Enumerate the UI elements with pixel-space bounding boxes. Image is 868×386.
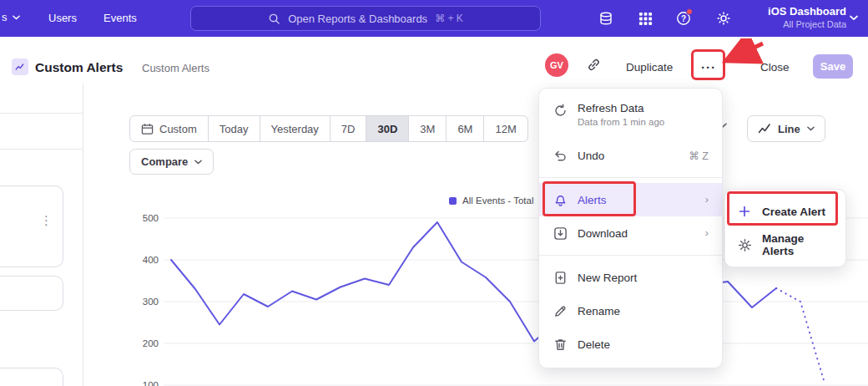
menu-item-alerts[interactable]: Alerts ›	[539, 183, 722, 216]
sidebar-card[interactable]: ⋮	[0, 185, 63, 267]
kebab-icon[interactable]: ⋮	[40, 213, 53, 228]
svg-text:300: 300	[143, 297, 159, 307]
top-navbar: s Users Events Open Reports & Dashboards…	[0, 0, 868, 37]
chevron-right-icon: ›	[705, 227, 709, 239]
legend-swatch	[449, 197, 457, 205]
svg-text:200: 200	[143, 338, 159, 348]
report-options-menu: Refresh Data Data from 1 min ago Undo ⌘ …	[538, 88, 723, 368]
duplicate-button[interactable]: Duplicate	[626, 61, 673, 74]
manage-alerts-icon	[737, 237, 752, 252]
sidebar-divider	[0, 113, 83, 114]
delete-icon	[553, 337, 568, 352]
line-chart-icon	[758, 122, 771, 135]
search-icon	[268, 13, 280, 25]
svg-text:500: 500	[143, 213, 159, 223]
svg-text:100: 100	[143, 380, 159, 386]
left-sidebar: ⋮	[0, 84, 83, 386]
menu-item-label: Undo	[578, 150, 604, 162]
project-scope: All Project Data	[749, 18, 846, 30]
alerts-submenu: Create Alert Manage Alerts	[724, 189, 846, 267]
submenu-item-create-alert[interactable]: Create Alert	[725, 195, 845, 228]
compare-button[interactable]: Compare	[129, 149, 214, 175]
nav-item-users[interactable]: Users	[48, 12, 77, 24]
nav-item-events[interactable]: Events	[103, 12, 137, 24]
menu-item-label: Refresh Data	[578, 102, 644, 114]
menu-divider	[539, 255, 722, 256]
nav-item-boards-label: s	[2, 11, 8, 23]
submenu-item-label: Manage Alerts	[762, 232, 834, 257]
menu-item-sublabel: Data from 1 min ago	[578, 117, 664, 127]
nav-item-boards[interactable]: s	[2, 11, 20, 23]
chevron-down-icon	[13, 15, 20, 20]
menu-item-label: New Report	[578, 272, 637, 284]
chart-type-button[interactable]: Line	[747, 115, 825, 142]
create-alert-icon	[737, 204, 752, 219]
data-icon[interactable]	[596, 8, 616, 28]
page-title: Custom Alerts	[35, 60, 123, 75]
link-icon[interactable]	[587, 58, 601, 72]
menu-item-undo[interactable]: Undo ⌘ Z	[539, 139, 722, 172]
save-button[interactable]: Save	[813, 54, 853, 79]
legend-label: All Events - Total	[462, 196, 533, 206]
project-name: iOS Dashboard	[749, 4, 846, 18]
menu-item-shortcut: ⌘ Z	[689, 150, 709, 162]
rename-icon	[553, 303, 568, 318]
date-range-3m[interactable]: 3M	[408, 115, 447, 142]
project-switcher[interactable]: iOS Dashboard All Project Data	[749, 4, 846, 30]
date-range-segmented-control: Custom Today Yesterday 7D 30D 3M 6M 12M	[129, 115, 528, 142]
search-input[interactable]: Open Reports & Dashboards ⌘ + K	[190, 6, 541, 31]
new-report-icon	[553, 270, 568, 285]
chevron-down-icon	[194, 160, 202, 165]
report-header: Custom Alerts Custom Alerts GV Duplicate…	[0, 37, 868, 84]
close-button[interactable]: Close	[760, 61, 790, 74]
menu-item-delete[interactable]: Delete	[539, 328, 722, 361]
date-range-yesterday[interactable]: Yesterday	[260, 115, 331, 142]
menu-item-label: Alerts	[578, 194, 607, 206]
search-placeholder: Open Reports & Dashboards	[288, 13, 427, 25]
search-shortcut: ⌘ + K	[435, 13, 463, 24]
sidebar-card[interactable]	[0, 276, 63, 311]
menu-item-rename[interactable]: Rename	[539, 294, 722, 328]
menu-item-label: Download	[578, 227, 628, 240]
settings-icon[interactable]	[714, 8, 734, 28]
menu-item-label: Rename	[578, 305, 620, 317]
calendar-icon	[141, 123, 154, 135]
chevron-down-icon[interactable]	[850, 15, 858, 21]
report-icon	[12, 58, 28, 75]
download-icon	[553, 226, 568, 241]
apps-icon[interactable]	[635, 8, 655, 28]
menu-item-new-report[interactable]: New Report	[539, 261, 722, 294]
menu-divider	[539, 177, 722, 178]
date-range-30d[interactable]: 30D	[366, 115, 409, 142]
chart-legend: All Events - Total	[449, 196, 533, 206]
chevron-right-icon: ›	[705, 194, 709, 206]
breadcrumb: Custom Alerts	[142, 62, 209, 74]
date-range-today[interactable]: Today	[208, 115, 260, 142]
sidebar-card[interactable]	[0, 368, 63, 386]
avatar[interactable]: GV	[545, 53, 568, 77]
date-range-6m[interactable]: 6M	[446, 115, 484, 142]
more-options-button[interactable]: ···	[695, 55, 722, 79]
alerts-icon	[553, 192, 568, 207]
refresh-icon	[553, 103, 568, 118]
date-range-12m[interactable]: 12M	[483, 115, 527, 142]
chevron-down-icon	[807, 126, 815, 131]
svg-text:?: ?	[681, 14, 686, 23]
menu-item-download[interactable]: Download ›	[539, 216, 722, 250]
menu-item-refresh-data[interactable]: Refresh Data Data from 1 min ago	[539, 95, 722, 139]
submenu-item-manage-alerts[interactable]: Manage Alerts	[725, 228, 845, 262]
notification-badge	[686, 8, 693, 15]
date-range-7d[interactable]: 7D	[330, 115, 367, 142]
date-range-custom[interactable]: Custom	[129, 115, 209, 142]
menu-item-label: Delete	[578, 338, 610, 351]
sidebar-divider	[0, 149, 83, 150]
svg-text:400: 400	[143, 255, 159, 265]
undo-icon	[553, 148, 568, 163]
help-icon[interactable]: ?	[674, 8, 694, 28]
submenu-item-label: Create Alert	[762, 206, 825, 218]
